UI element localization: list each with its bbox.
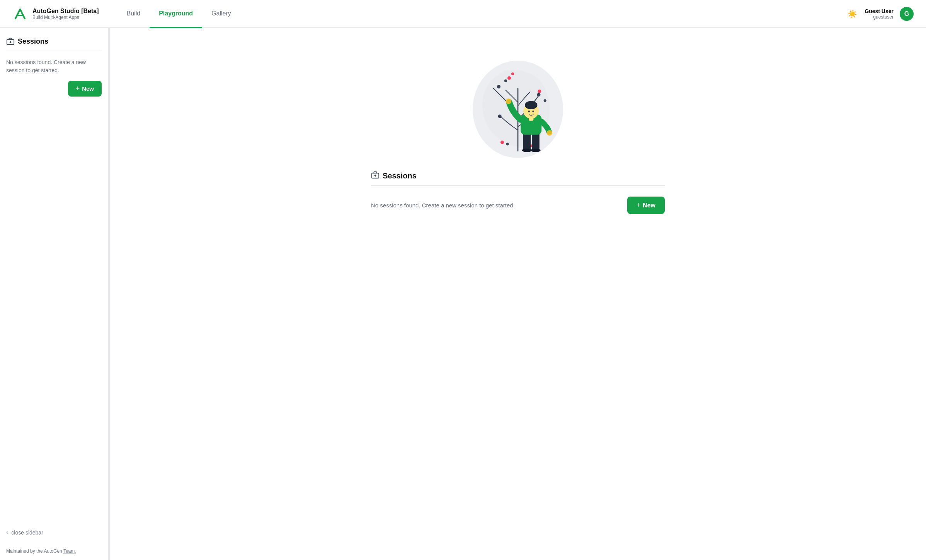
sidebar-title: Sessions	[18, 37, 48, 46]
main-new-button-label: New	[643, 202, 655, 209]
tab-gallery[interactable]: Gallery	[202, 0, 240, 28]
svg-rect-29	[529, 117, 534, 121]
tab-build[interactable]: Build	[117, 0, 150, 28]
nav-tabs: Build Playground Gallery	[117, 0, 846, 28]
svg-point-11	[506, 143, 509, 145]
svg-point-26	[525, 101, 537, 109]
sessions-card-title: Sessions	[383, 171, 417, 180]
illustration-area	[371, 43, 665, 161]
svg-point-21	[531, 149, 540, 152]
main-layout: Sessions No sessions found. Create a new…	[0, 28, 926, 560]
svg-point-23	[547, 130, 552, 136]
svg-point-14	[511, 73, 514, 75]
svg-point-24	[506, 98, 511, 104]
svg-point-20	[522, 149, 532, 152]
svg-point-7	[537, 93, 541, 97]
main-content: Sessions No sessions found. Create a new…	[110, 28, 926, 560]
sidebar-new-row: + New	[6, 81, 102, 97]
svg-point-13	[507, 76, 511, 80]
empty-state-illustration	[448, 43, 587, 161]
close-sidebar-button[interactable]: ‹ close sidebar	[6, 526, 43, 539]
sidebar-header: Sessions	[6, 37, 102, 52]
svg-point-27	[528, 110, 530, 112]
footer-team-link[interactable]: Team.	[63, 548, 76, 554]
plus-icon: +	[76, 85, 80, 93]
close-sidebar-label: close sidebar	[11, 529, 43, 536]
sidebar-new-button-label: New	[82, 85, 94, 92]
main-new-button[interactable]: + New	[627, 197, 665, 214]
svg-point-9	[498, 115, 502, 118]
app-title: AutoGen Studio [Beta]	[32, 8, 99, 15]
svg-point-8	[544, 99, 546, 102]
tab-playground[interactable]: Playground	[150, 0, 202, 28]
svg-point-28	[532, 110, 534, 112]
footer-prefix: Maintained by the AutoGen	[6, 548, 63, 554]
app-header: AutoGen Studio [Beta] Build Multi-Agent …	[0, 0, 926, 28]
theme-toggle-icon[interactable]: ☀️	[846, 8, 858, 20]
user-name: Guest User	[865, 8, 894, 14]
logo-text: AutoGen Studio [Beta] Build Multi-Agent …	[32, 8, 99, 20]
sessions-icon	[6, 37, 15, 46]
svg-point-5	[497, 85, 500, 88]
chevron-left-icon: ‹	[6, 529, 8, 536]
sessions-card-icon	[371, 171, 380, 181]
plus-icon-main: +	[637, 201, 641, 209]
sessions-empty-text-main: No sessions found. Create a new session …	[371, 202, 515, 209]
footer-text: Maintained by the AutoGen Team.	[6, 548, 102, 554]
app-logo-icon	[12, 6, 28, 22]
sessions-card: Sessions No sessions found. Create a new…	[371, 171, 665, 220]
svg-point-16	[500, 141, 504, 144]
app-subtitle: Build Multi-Agent Apps	[32, 15, 99, 20]
sessions-card-body: No sessions found. Create a new session …	[371, 190, 665, 220]
sidebar-bottom: ‹ close sidebar Maintained by the AutoGe…	[6, 520, 102, 554]
svg-point-6	[504, 80, 507, 82]
logo-area: AutoGen Studio [Beta] Build Multi-Agent …	[12, 6, 99, 22]
svg-point-15	[538, 90, 541, 93]
sidebar-empty-text: No sessions found. Create a new session …	[6, 58, 102, 75]
sidebar: Sessions No sessions found. Create a new…	[0, 28, 108, 560]
avatar[interactable]: G	[900, 7, 914, 21]
user-info: Guest User guestuser	[865, 8, 894, 20]
user-handle: guestuser	[873, 14, 894, 20]
sessions-card-header: Sessions	[371, 171, 665, 186]
header-right: ☀️ Guest User guestuser G	[846, 7, 914, 21]
sidebar-new-button[interactable]: + New	[68, 81, 102, 97]
